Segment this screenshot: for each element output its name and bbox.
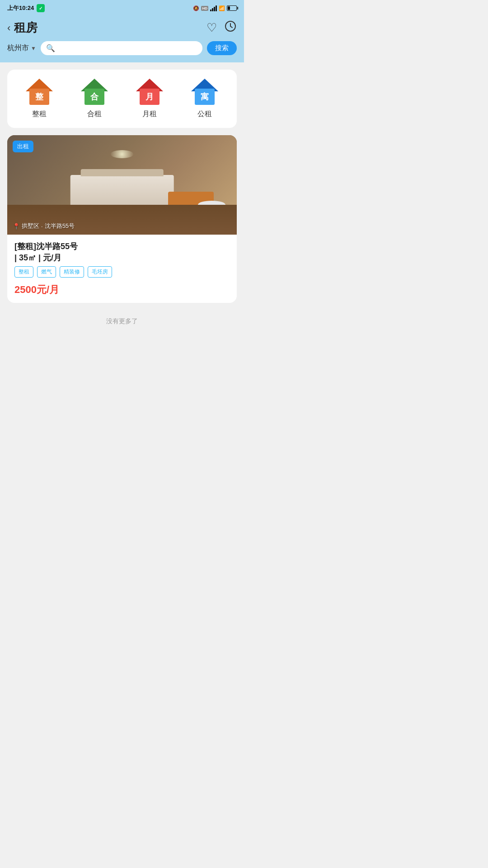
time-label: 上午10:24 xyxy=(7,4,34,12)
status-bar: 上午10:24 ✓ 🔕 HD 📶 xyxy=(0,0,244,16)
category-name-zhengzu: 整租 xyxy=(32,109,47,119)
category-item-yuezu[interactable]: 月 月租 xyxy=(136,79,163,119)
search-button[interactable]: 搜索 xyxy=(207,41,237,55)
search-icon: 🔍 xyxy=(46,44,55,52)
category-section: 整 整租 合 合租 月 月租 寓 公租 xyxy=(7,70,237,128)
listing-tag: 精装修 xyxy=(60,266,84,278)
listing-image: 出租 📍 拱墅区 · 沈半路55号 xyxy=(7,135,237,235)
mute-icon: 🔕 xyxy=(193,5,199,11)
listing-badge: 出租 xyxy=(13,141,33,152)
listing-tag: 燃气 xyxy=(37,266,56,278)
header-right: ♡ xyxy=(206,20,237,36)
signal-icon xyxy=(210,5,217,11)
house-icon-hezu: 合 xyxy=(81,79,108,105)
header: ‹ 租房 ♡ xyxy=(0,16,244,41)
status-left: 上午10:24 ✓ xyxy=(7,4,45,12)
house-icon-yuezu: 月 xyxy=(136,79,163,105)
category-item-zhengzu[interactable]: 整 整租 xyxy=(26,79,53,119)
listing-price: 2500元/月 xyxy=(14,283,230,297)
search-input[interactable] xyxy=(59,45,197,52)
status-right: 🔕 HD 📶 xyxy=(193,5,237,11)
category-name-gongzu: 公租 xyxy=(197,109,212,119)
search-section: 杭州市 ▼ 🔍 搜索 xyxy=(0,41,244,62)
header-left: ‹ 租房 xyxy=(7,20,38,36)
house-char-zhengzu: 整 xyxy=(35,91,43,102)
category-name-yuezu: 月租 xyxy=(142,109,157,119)
bedroom-scene xyxy=(7,135,237,235)
listing-tags: 整租燃气精装修毛坯房 xyxy=(14,266,230,278)
dropdown-arrow-icon: ▼ xyxy=(31,45,36,52)
no-more-label: 没有更多了 xyxy=(0,310,244,339)
favorite-button[interactable]: ♡ xyxy=(206,21,217,35)
listing-title: [整租]沈半路55号 | 35㎡ | 元/月 xyxy=(14,241,230,264)
category-item-gongzu[interactable]: 寓 公租 xyxy=(191,79,218,119)
listing-tag: 毛坯房 xyxy=(88,266,112,278)
city-label: 杭州市 xyxy=(7,43,29,53)
listing-dot: · xyxy=(41,223,43,230)
wifi-icon: 📶 xyxy=(219,5,225,11)
listing-address: 沈半路55号 xyxy=(45,222,75,230)
city-selector[interactable]: 杭州市 ▼ xyxy=(7,43,36,53)
house-icon-gongzu: 寓 xyxy=(191,79,218,105)
listing-section: 出租 📍 拱墅区 · 沈半路55号 [整租]沈半路55号 | 35㎡ | 元/月… xyxy=(0,135,244,303)
listing-info: [整租]沈半路55号 | 35㎡ | 元/月 整租燃气精装修毛坯房 2500元/… xyxy=(7,235,237,303)
hd-badge: HD xyxy=(201,6,208,11)
house-char-hezu: 合 xyxy=(90,91,99,102)
listing-district: 拱墅区 xyxy=(22,222,39,230)
search-bar: 🔍 xyxy=(41,41,202,55)
house-icon-zhengzu: 整 xyxy=(26,79,53,105)
back-button[interactable]: ‹ xyxy=(7,22,10,34)
listing-location: 📍 拱墅区 · 沈半路55号 xyxy=(13,222,75,230)
category-item-hezu[interactable]: 合 合租 xyxy=(81,79,108,119)
house-char-gongzu: 寓 xyxy=(201,91,209,102)
listing-card[interactable]: 出租 📍 拱墅区 · 沈半路55号 [整租]沈半路55号 | 35㎡ | 元/月… xyxy=(7,135,237,303)
house-char-yuezu: 月 xyxy=(145,91,154,102)
category-name-hezu: 合租 xyxy=(87,109,102,119)
page-title: 租房 xyxy=(14,20,38,36)
pin-icon: 📍 xyxy=(13,223,20,230)
history-button[interactable] xyxy=(224,20,237,36)
battery-icon xyxy=(227,5,237,11)
wechat-icon: ✓ xyxy=(37,4,45,12)
listing-tag: 整租 xyxy=(14,266,33,278)
